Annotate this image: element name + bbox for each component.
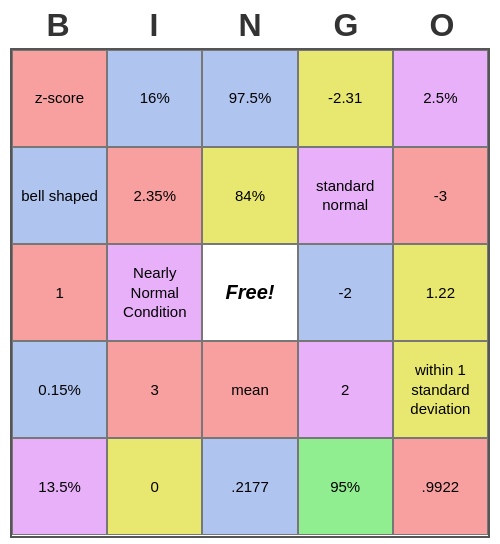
bingo-letter: B [10, 7, 106, 44]
cell-r2-c3: -2 [298, 244, 393, 341]
cell-r0-c3: -2.31 [298, 50, 393, 147]
cell-r1-c3: standard normal [298, 147, 393, 244]
bingo-header: BINGO [10, 7, 490, 44]
cell-r4-c4: .9922 [393, 438, 488, 535]
cell-r1-c0: bell shaped [12, 147, 107, 244]
cell-r3-c0: 0.15% [12, 341, 107, 438]
bingo-letter: N [202, 7, 298, 44]
cell-r0-c0: z-score [12, 50, 107, 147]
cell-r4-c1: 0 [107, 438, 202, 535]
bingo-card: BINGO z-score16%97.5%-2.312.5%bell shape… [10, 7, 490, 538]
cell-r2-c2: Free! [202, 244, 297, 341]
cell-r0-c2: 97.5% [202, 50, 297, 147]
cell-r3-c3: 2 [298, 341, 393, 438]
bingo-letter: O [394, 7, 490, 44]
bingo-letter: G [298, 7, 394, 44]
cell-r2-c0: 1 [12, 244, 107, 341]
cell-r3-c4: within 1 standard deviation [393, 341, 488, 438]
cell-r3-c2: mean [202, 341, 297, 438]
cell-r1-c1: 2.35% [107, 147, 202, 244]
bingo-grid: z-score16%97.5%-2.312.5%bell shaped2.35%… [10, 48, 490, 538]
cell-r2-c4: 1.22 [393, 244, 488, 341]
cell-r3-c1: 3 [107, 341, 202, 438]
cell-r2-c1: Nearly Normal Condition [107, 244, 202, 341]
cell-r1-c2: 84% [202, 147, 297, 244]
cell-r0-c4: 2.5% [393, 50, 488, 147]
cell-r4-c2: .2177 [202, 438, 297, 535]
cell-r4-c0: 13.5% [12, 438, 107, 535]
cell-r4-c3: 95% [298, 438, 393, 535]
cell-r1-c4: -3 [393, 147, 488, 244]
cell-r0-c1: 16% [107, 50, 202, 147]
bingo-letter: I [106, 7, 202, 44]
